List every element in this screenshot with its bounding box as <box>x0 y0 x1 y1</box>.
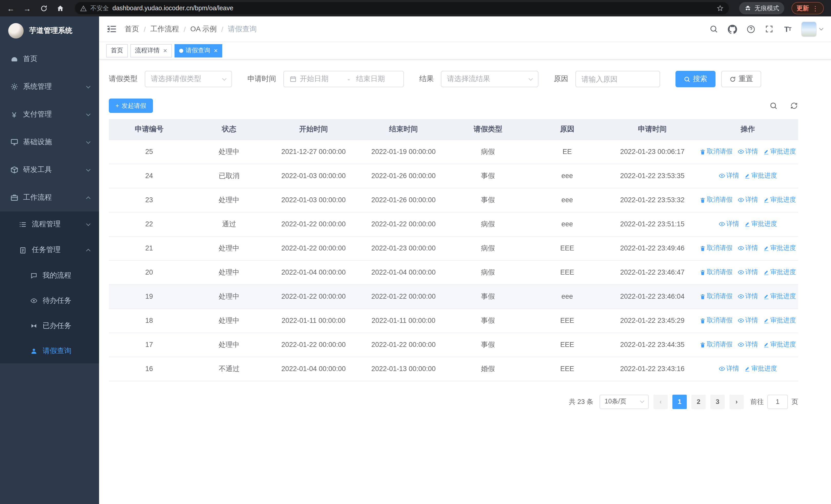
approval-progress-link[interactable]: 审批进度 <box>763 292 796 301</box>
forward-icon[interactable]: → <box>23 4 32 13</box>
page-button-1[interactable]: 1 <box>672 394 687 409</box>
sidebar-item-process-management[interactable]: 流程管理 <box>0 211 99 237</box>
table-row[interactable]: 19 处理中 2022-01-22 00:00:00 2022-01-22 00… <box>109 284 798 308</box>
table-row[interactable]: 16 不通过 2022-01-04 00:00:00 2022-01-13 00… <box>109 357 798 381</box>
github-icon[interactable] <box>727 24 737 34</box>
sidebar-item-infrastructure[interactable]: 基础设施 <box>0 128 99 156</box>
detail-link[interactable]: 详情 <box>719 171 739 180</box>
tab-leave-query[interactable]: 请假查询 × <box>174 44 222 57</box>
reason-input[interactable] <box>581 75 654 83</box>
approval-progress-link[interactable]: 审批进度 <box>763 244 796 253</box>
detail-link[interactable]: 详情 <box>738 292 758 300</box>
approval-progress-link[interactable]: 审批进度 <box>763 316 796 325</box>
refresh-icon[interactable] <box>790 101 798 110</box>
app-logo[interactable]: 芋道管理系统 <box>0 17 99 45</box>
page-button-3[interactable]: 3 <box>710 394 725 409</box>
detail-link[interactable]: 详情 <box>738 147 758 156</box>
approval-progress-link[interactable]: 审批进度 <box>763 196 796 204</box>
sidebar-item-devtools[interactable]: 研发工具 <box>0 156 99 184</box>
breadcrumb-oa-example[interactable]: OA 示例 <box>191 24 217 34</box>
close-icon[interactable]: × <box>163 47 167 54</box>
cancel-leave-link[interactable]: 取消请假 <box>699 268 733 277</box>
table-row[interactable]: 20 处理中 2022-01-04 00:00:00 2022-01-04 00… <box>109 260 798 284</box>
warning-icon <box>80 5 87 11</box>
sidebar-item-leave-query[interactable]: 请假查询 <box>0 338 99 363</box>
cell-reason: EEE <box>527 260 607 284</box>
sidebar-item-task-management[interactable]: 任务管理 <box>0 237 99 263</box>
detail-link[interactable]: 详情 <box>738 340 758 349</box>
toggle-search-icon[interactable] <box>769 101 778 110</box>
back-icon[interactable]: ← <box>6 4 16 13</box>
table-row[interactable]: 21 处理中 2022-01-22 00:00:00 2022-01-23 00… <box>109 236 798 260</box>
create-leave-button[interactable]: + 发起请假 <box>109 98 153 113</box>
approval-progress-link[interactable]: 审批进度 <box>744 364 777 373</box>
reload-icon[interactable] <box>39 4 48 13</box>
sidebar-item-payment[interactable]: ¥ 支付管理 <box>0 100 99 128</box>
search-icon[interactable] <box>709 24 719 34</box>
breadcrumb-home[interactable]: 首页 <box>125 24 139 34</box>
table-row[interactable]: 17 处理中 2022-01-22 00:00:00 2022-01-22 00… <box>109 333 798 357</box>
tab-home[interactable]: 首页 <box>106 44 128 57</box>
user-menu[interactable] <box>801 21 823 37</box>
result-select[interactable]: 请选择流结果 <box>441 71 539 87</box>
address-bar[interactable]: 不安全 dashboard.yudao.iocoder.cn/bpm/oa/le… <box>75 2 729 14</box>
reason-input-wrap <box>575 71 660 87</box>
goto-page-input[interactable] <box>767 394 788 409</box>
close-icon[interactable]: × <box>214 47 218 54</box>
sidebar-item-home[interactable]: 首页 <box>0 45 99 73</box>
detail-link[interactable]: 详情 <box>719 219 739 228</box>
breadcrumb-workflow[interactable]: 工作流程 <box>150 24 179 34</box>
cancel-leave-link[interactable]: 取消请假 <box>699 292 733 301</box>
tab-process-detail[interactable]: 流程详情 × <box>131 44 172 57</box>
cancel-leave-link[interactable]: 取消请假 <box>699 147 733 156</box>
table-row[interactable]: 25 处理中 2021-12-27 00:00:00 2022-01-19 00… <box>109 140 798 164</box>
cancel-leave-link[interactable]: 取消请假 <box>699 244 733 253</box>
detail-link[interactable]: 详情 <box>738 243 758 252</box>
sidebar-item-my-processes[interactable]: 我的流程 <box>0 263 99 288</box>
reset-button[interactable]: 重置 <box>721 71 761 87</box>
sidebar-item-pending-tasks[interactable]: 待办任务 <box>0 288 99 313</box>
font-size-icon[interactable]: TT <box>783 24 793 34</box>
approval-progress-link[interactable]: 审批进度 <box>744 220 777 228</box>
browser-menu-icon[interactable]: ⋮ <box>812 4 819 12</box>
fullscreen-icon[interactable] <box>764 24 774 34</box>
help-icon[interactable] <box>746 24 755 34</box>
search-button[interactable]: 搜索 <box>676 71 716 87</box>
prev-page-button[interactable]: ‹ <box>653 394 668 409</box>
detail-link[interactable]: 详情 <box>738 316 758 325</box>
cancel-leave-link[interactable]: 取消请假 <box>699 340 733 349</box>
app-title: 芋道管理系统 <box>29 26 73 35</box>
bookmark-star-icon[interactable] <box>717 5 724 12</box>
approval-progress-link[interactable]: 审批进度 <box>763 147 796 156</box>
next-page-button[interactable]: › <box>729 394 744 409</box>
table-row[interactable]: 18 处理中 2022-01-11 00:00:00 2022-01-11 00… <box>109 308 798 333</box>
table-row[interactable]: 23 处理中 2022-01-03 00:00:00 2022-01-26 00… <box>109 188 798 212</box>
date-range-picker[interactable]: 开始日期 - 结束日期 <box>283 71 404 87</box>
browser-update-button[interactable]: 更新 ⋮ <box>792 2 824 14</box>
approval-progress-link[interactable]: 审批进度 <box>763 268 796 277</box>
sidebar-item-done-tasks[interactable]: 已办任务 <box>0 313 99 338</box>
cell-apply-no: 23 <box>109 188 190 212</box>
yen-icon: ¥ <box>10 110 19 119</box>
page-size-select[interactable]: 10条/页 <box>600 394 649 409</box>
sidebar-item-workflow[interactable]: 工作流程 <box>0 184 99 211</box>
cell-apply-no: 22 <box>109 212 190 236</box>
leave-type-select[interactable]: 请选择请假类型 <box>145 71 232 87</box>
detail-link[interactable]: 详情 <box>719 364 739 373</box>
cell-status: 处理中 <box>190 308 269 333</box>
table-row[interactable]: 22 通过 2022-01-22 00:00:00 2022-01-22 00:… <box>109 212 798 236</box>
home-icon[interactable] <box>55 4 65 13</box>
approval-progress-link[interactable]: 审批进度 <box>763 340 796 349</box>
table-row[interactable]: 24 已取消 2022-01-03 00:00:00 2022-01-26 00… <box>109 164 798 188</box>
approval-progress-link[interactable]: 审批进度 <box>744 171 777 180</box>
cancel-leave-link[interactable]: 取消请假 <box>699 196 733 204</box>
sidebar-fold-icon[interactable] <box>106 23 118 35</box>
cell-apply-no: 25 <box>109 140 190 164</box>
sidebar-item-system[interactable]: 系统管理 <box>0 73 99 100</box>
page-button-2[interactable]: 2 <box>691 394 706 409</box>
cancel-leave-link[interactable]: 取消请假 <box>699 316 733 325</box>
detail-link[interactable]: 详情 <box>738 195 758 204</box>
dashboard-icon <box>10 55 19 63</box>
chevron-down-icon <box>529 76 533 81</box>
detail-link[interactable]: 详情 <box>738 268 758 276</box>
